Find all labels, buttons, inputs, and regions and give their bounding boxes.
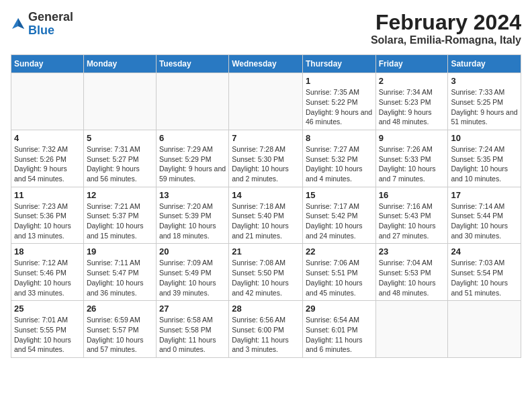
calendar-cell: 20Sunrise: 7:09 AMSunset: 5:49 PMDayligh… xyxy=(156,244,228,301)
day-number: 2 xyxy=(379,76,445,86)
day-number: 6 xyxy=(159,133,226,143)
day-info: Sunrise: 6:54 AMSunset: 6:01 PMDaylight:… xyxy=(306,315,373,355)
day-info: Sunrise: 7:20 AMSunset: 5:39 PMDaylight:… xyxy=(159,201,226,241)
day-number: 28 xyxy=(232,304,300,314)
page-header: General Blue February 2024 Solara, Emili… xyxy=(11,11,521,46)
day-number: 9 xyxy=(379,133,445,143)
day-info: Sunrise: 7:35 AMSunset: 5:22 PMDaylight:… xyxy=(306,87,373,127)
day-number: 15 xyxy=(306,190,373,200)
day-number: 4 xyxy=(14,133,81,143)
logo-general-text: General xyxy=(28,10,73,24)
day-info: Sunrise: 7:24 AMSunset: 5:35 PMDaylight:… xyxy=(451,144,518,184)
weekday-header-wednesday: Wednesday xyxy=(229,55,303,73)
calendar-cell: 21Sunrise: 7:08 AMSunset: 5:50 PMDayligh… xyxy=(229,244,303,301)
calendar-cell: 13Sunrise: 7:20 AMSunset: 5:39 PMDayligh… xyxy=(156,187,228,244)
calendar-cell: 23Sunrise: 7:04 AMSunset: 5:53 PMDayligh… xyxy=(375,244,448,301)
day-number: 12 xyxy=(87,190,153,200)
day-number: 18 xyxy=(14,246,81,257)
calendar-cell xyxy=(156,73,228,130)
calendar-cell: 9Sunrise: 7:26 AMSunset: 5:33 PMDaylight… xyxy=(375,130,448,187)
day-info: Sunrise: 7:27 AMSunset: 5:32 PMDaylight:… xyxy=(306,144,373,184)
day-info: Sunrise: 7:31 AMSunset: 5:27 PMDaylight:… xyxy=(87,144,153,184)
day-info: Sunrise: 7:32 AMSunset: 5:26 PMDaylight:… xyxy=(14,144,81,184)
calendar-week-3: 11Sunrise: 7:23 AMSunset: 5:36 PMDayligh… xyxy=(11,187,521,244)
day-info: Sunrise: 7:23 AMSunset: 5:36 PMDaylight:… xyxy=(14,201,81,241)
day-info: Sunrise: 7:06 AMSunset: 5:51 PMDaylight:… xyxy=(306,258,373,298)
day-info: Sunrise: 7:18 AMSunset: 5:40 PMDaylight:… xyxy=(232,201,300,241)
calendar-cell: 16Sunrise: 7:16 AMSunset: 5:43 PMDayligh… xyxy=(375,187,448,244)
calendar-cell: 5Sunrise: 7:31 AMSunset: 5:27 PMDaylight… xyxy=(83,130,156,187)
calendar-cell: 1Sunrise: 7:35 AMSunset: 5:22 PMDaylight… xyxy=(302,73,375,130)
day-number: 11 xyxy=(14,190,81,200)
day-info: Sunrise: 7:14 AMSunset: 5:44 PMDaylight:… xyxy=(451,201,518,241)
calendar-week-2: 4Sunrise: 7:32 AMSunset: 5:26 PMDaylight… xyxy=(11,130,521,187)
day-number: 14 xyxy=(232,190,300,200)
day-info: Sunrise: 7:08 AMSunset: 5:50 PMDaylight:… xyxy=(232,258,300,298)
calendar-cell xyxy=(375,301,448,358)
day-info: Sunrise: 7:16 AMSunset: 5:43 PMDaylight:… xyxy=(379,201,445,241)
day-number: 16 xyxy=(379,190,445,200)
calendar-cell xyxy=(448,301,521,358)
weekday-header-monday: Monday xyxy=(83,55,156,73)
calendar-cell: 28Sunrise: 6:56 AMSunset: 6:00 PMDayligh… xyxy=(229,301,303,358)
day-info: Sunrise: 7:09 AMSunset: 5:49 PMDaylight:… xyxy=(159,258,226,298)
calendar-cell: 29Sunrise: 6:54 AMSunset: 6:01 PMDayligh… xyxy=(302,301,375,358)
calendar-cell: 24Sunrise: 7:03 AMSunset: 5:54 PMDayligh… xyxy=(448,244,521,301)
calendar-cell: 22Sunrise: 7:06 AMSunset: 5:51 PMDayligh… xyxy=(302,244,375,301)
day-number: 5 xyxy=(87,133,153,143)
day-info: Sunrise: 6:58 AMSunset: 5:58 PMDaylight:… xyxy=(159,315,226,355)
calendar-week-1: 1Sunrise: 7:35 AMSunset: 5:22 PMDaylight… xyxy=(11,73,521,130)
calendar-cell: 4Sunrise: 7:32 AMSunset: 5:26 PMDaylight… xyxy=(11,130,84,187)
calendar-cell: 10Sunrise: 7:24 AMSunset: 5:35 PMDayligh… xyxy=(448,130,521,187)
day-number: 10 xyxy=(451,133,518,143)
weekday-header-tuesday: Tuesday xyxy=(156,55,228,73)
day-info: Sunrise: 7:11 AMSunset: 5:47 PMDaylight:… xyxy=(87,258,153,298)
day-number: 1 xyxy=(306,76,373,86)
calendar-cell: 6Sunrise: 7:29 AMSunset: 5:29 PMDaylight… xyxy=(156,130,228,187)
weekday-header-friday: Friday xyxy=(375,55,448,73)
calendar-cell: 3Sunrise: 7:33 AMSunset: 5:25 PMDaylight… xyxy=(448,73,521,130)
calendar-table: SundayMondayTuesdayWednesdayThursdayFrid… xyxy=(11,54,521,358)
calendar-cell xyxy=(229,73,303,130)
calendar-cell: 11Sunrise: 7:23 AMSunset: 5:36 PMDayligh… xyxy=(11,187,84,244)
location-subtitle: Solara, Emilia-Romagna, Italy xyxy=(371,34,521,46)
logo-icon xyxy=(11,17,26,32)
weekday-header-row: SundayMondayTuesdayWednesdayThursdayFrid… xyxy=(11,55,521,73)
calendar-cell: 27Sunrise: 6:58 AMSunset: 5:58 PMDayligh… xyxy=(156,301,228,358)
day-number: 17 xyxy=(451,190,518,200)
day-info: Sunrise: 7:12 AMSunset: 5:46 PMDaylight:… xyxy=(14,258,81,298)
calendar-cell: 17Sunrise: 7:14 AMSunset: 5:44 PMDayligh… xyxy=(448,187,521,244)
weekday-header-saturday: Saturday xyxy=(448,55,521,73)
calendar-cell xyxy=(83,73,156,130)
calendar-cell: 15Sunrise: 7:17 AMSunset: 5:42 PMDayligh… xyxy=(302,187,375,244)
calendar-cell: 7Sunrise: 7:28 AMSunset: 5:30 PMDaylight… xyxy=(229,130,303,187)
day-info: Sunrise: 7:03 AMSunset: 5:54 PMDaylight:… xyxy=(451,258,518,298)
weekday-header-thursday: Thursday xyxy=(302,55,375,73)
day-number: 8 xyxy=(306,133,373,143)
day-number: 29 xyxy=(306,304,373,314)
calendar-cell: 19Sunrise: 7:11 AMSunset: 5:47 PMDayligh… xyxy=(83,244,156,301)
day-info: Sunrise: 6:59 AMSunset: 5:57 PMDaylight:… xyxy=(87,315,153,355)
calendar-cell: 14Sunrise: 7:18 AMSunset: 5:40 PMDayligh… xyxy=(229,187,303,244)
calendar-week-4: 18Sunrise: 7:12 AMSunset: 5:46 PMDayligh… xyxy=(11,244,521,301)
logo-blue-text: Blue xyxy=(28,24,54,37)
day-info: Sunrise: 7:33 AMSunset: 5:25 PMDaylight:… xyxy=(451,87,518,127)
day-number: 25 xyxy=(14,304,81,314)
calendar-cell: 18Sunrise: 7:12 AMSunset: 5:46 PMDayligh… xyxy=(11,244,84,301)
calendar-cell: 2Sunrise: 7:34 AMSunset: 5:23 PMDaylight… xyxy=(375,73,448,130)
day-number: 21 xyxy=(232,246,300,257)
day-info: Sunrise: 6:56 AMSunset: 6:00 PMDaylight:… xyxy=(232,315,300,355)
calendar-cell xyxy=(11,73,84,130)
day-number: 26 xyxy=(87,304,153,314)
day-number: 13 xyxy=(159,190,226,200)
day-info: Sunrise: 7:21 AMSunset: 5:37 PMDaylight:… xyxy=(87,201,153,241)
day-info: Sunrise: 7:26 AMSunset: 5:33 PMDaylight:… xyxy=(379,144,445,184)
day-number: 22 xyxy=(306,246,373,257)
day-info: Sunrise: 7:29 AMSunset: 5:29 PMDaylight:… xyxy=(159,144,226,184)
calendar-cell: 12Sunrise: 7:21 AMSunset: 5:37 PMDayligh… xyxy=(83,187,156,244)
day-number: 3 xyxy=(451,76,518,86)
day-number: 27 xyxy=(159,304,226,314)
weekday-header-sunday: Sunday xyxy=(11,55,84,73)
calendar-cell: 26Sunrise: 6:59 AMSunset: 5:57 PMDayligh… xyxy=(83,301,156,358)
day-number: 20 xyxy=(159,246,226,257)
